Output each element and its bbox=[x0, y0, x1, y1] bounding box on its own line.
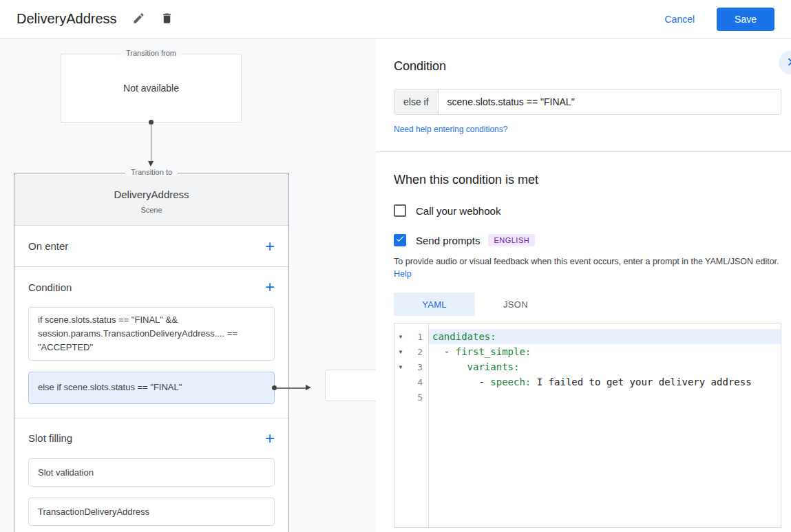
line-number: 4 bbox=[407, 377, 428, 387]
when-met-title: When this condition is met bbox=[394, 173, 781, 187]
on-enter-row[interactable]: On enter + bbox=[14, 226, 288, 267]
chevron-right-icon bbox=[783, 54, 791, 72]
gutter-cell: ▼3 bbox=[394, 359, 428, 374]
token-text: I failed to get your delivery address bbox=[531, 376, 751, 387]
editor-gutter: ▼1▼2▼345 bbox=[394, 323, 429, 527]
editor-tabs: YAMLJSON bbox=[394, 292, 781, 316]
gutter-cell: 5 bbox=[394, 390, 428, 405]
webhook-checkbox[interactable] bbox=[394, 204, 406, 217]
condition-items: if scene.slots.status == "FINAL" && sess… bbox=[14, 307, 288, 404]
add-on-enter-button[interactable]: + bbox=[265, 238, 275, 255]
add-condition-button[interactable]: + bbox=[265, 279, 275, 295]
line-number: 3 bbox=[407, 362, 428, 372]
line-number: 2 bbox=[407, 347, 428, 357]
scene-card-subtitle: Scene bbox=[14, 206, 288, 214]
condition-prefix: else if bbox=[394, 89, 439, 114]
slot-filling-section: Slot filling + Slot validationTransactio… bbox=[14, 418, 288, 532]
edit-title-button[interactable] bbox=[132, 12, 145, 27]
fold-arrow-icon[interactable]: ▼ bbox=[394, 334, 407, 340]
token-key: first_simple: bbox=[456, 346, 531, 357]
token-plain bbox=[432, 361, 467, 372]
transition-from-label: Transition from bbox=[120, 49, 182, 57]
language-badge: ENGLISH bbox=[488, 234, 535, 246]
page-title: DeliveryAddress bbox=[17, 11, 117, 27]
prompts-description-text: To provide audio or visual feedback when… bbox=[394, 257, 779, 266]
fold-arrow-icon[interactable]: ▼ bbox=[394, 364, 407, 370]
slot-filling-section-header: Slot filling + bbox=[14, 418, 288, 458]
top-bar: DeliveryAddress Cancel Save bbox=[0, 0, 791, 39]
send-prompts-checkbox-row[interactable]: Send prompts ENGLISH bbox=[394, 234, 781, 246]
connector-arrowhead-icon bbox=[306, 385, 311, 390]
gutter-cell: ▼2 bbox=[394, 344, 428, 359]
conditions-help-link[interactable]: Need help entering conditions? bbox=[394, 125, 507, 134]
condition-item[interactable]: if scene.slots.status == "FINAL" && sess… bbox=[28, 307, 275, 361]
line-number: 5 bbox=[407, 392, 428, 403]
tab-yaml[interactable]: YAML bbox=[394, 292, 475, 316]
prompts-help-link[interactable]: Help bbox=[394, 269, 412, 279]
condition-item-text: else if scene.slots.status == "FINAL" bbox=[38, 382, 182, 392]
condition-value-input[interactable] bbox=[439, 89, 781, 114]
condition-item-text: if scene.slots.status == "FINAL" && sess… bbox=[38, 315, 238, 352]
scene-card: Transition to DeliveryAddress Scene On e… bbox=[14, 173, 289, 532]
line-number: 1 bbox=[407, 332, 428, 342]
tab-json[interactable]: JSON bbox=[475, 292, 556, 316]
slot-filling-item[interactable]: TransactionDeliveryAddress bbox=[28, 498, 275, 526]
send-prompts-checkbox[interactable] bbox=[394, 234, 406, 246]
prompts-description: To provide audio or visual feedback when… bbox=[394, 255, 781, 280]
code-line[interactable]: candidates: bbox=[429, 329, 781, 344]
scene-card-title: DeliveryAddress bbox=[14, 189, 288, 200]
scene-card-header[interactable]: DeliveryAddress Scene bbox=[14, 173, 288, 226]
transition-to-label: Transition to bbox=[125, 168, 178, 176]
panel-title: Condition bbox=[394, 59, 781, 74]
token-key: variants: bbox=[467, 361, 520, 372]
send-prompts-label: Send prompts bbox=[416, 235, 480, 246]
condition-section-header: Condition + bbox=[14, 267, 288, 307]
token-plain: - bbox=[432, 376, 490, 387]
save-button[interactable]: Save bbox=[717, 8, 774, 31]
transition-target-box[interactable] bbox=[325, 370, 376, 401]
token-key: speech: bbox=[490, 376, 531, 387]
connector-arrowhead-icon bbox=[148, 161, 154, 167]
scene-diagram-panel: Transition from Not available Transition… bbox=[0, 39, 376, 532]
condition-input-group: else if bbox=[394, 89, 781, 115]
transition-from-content: Not available bbox=[123, 83, 179, 94]
transition-from-box[interactable]: Transition from Not available bbox=[61, 54, 242, 123]
slot-items: Slot validationTransactionDeliveryAddres… bbox=[14, 458, 288, 526]
fold-arrow-icon[interactable]: ▼ bbox=[394, 349, 407, 355]
pencil-icon bbox=[132, 17, 145, 27]
editor-lines[interactable]: candidates: - first_simple: variants: - … bbox=[429, 323, 781, 527]
condition-editor-panel: Condition else if Need help entering con… bbox=[376, 39, 791, 532]
cancel-button[interactable]: Cancel bbox=[664, 14, 695, 25]
on-enter-label: On enter bbox=[28, 240, 68, 252]
delete-scene-button[interactable] bbox=[160, 12, 173, 27]
code-line[interactable]: - speech: I failed to get your delivery … bbox=[429, 374, 781, 390]
condition-item-selected[interactable]: else if scene.slots.status == "FINAL" bbox=[28, 372, 275, 403]
code-editor[interactable]: ▼1▼2▼345 candidates: - first_simple: var… bbox=[394, 323, 781, 528]
connector-line bbox=[277, 387, 307, 388]
code-line[interactable]: variants: bbox=[429, 359, 781, 374]
code-line[interactable] bbox=[429, 390, 781, 405]
webhook-checkbox-row[interactable]: Call your webhook bbox=[394, 204, 781, 217]
code-line[interactable]: - first_simple: bbox=[429, 344, 781, 359]
condition-section: Condition + if scene.slots.status == "FI… bbox=[14, 267, 288, 418]
gutter-cell: 4 bbox=[394, 374, 428, 390]
token-plain: - bbox=[432, 346, 456, 357]
section-divider bbox=[376, 151, 791, 152]
condition-section-label: Condition bbox=[28, 281, 72, 293]
transition-arrow bbox=[148, 120, 154, 167]
connector-start-dot bbox=[272, 385, 277, 390]
add-slot-button[interactable]: + bbox=[265, 430, 275, 447]
webhook-label: Call your webhook bbox=[416, 205, 500, 217]
trash-icon bbox=[160, 17, 173, 27]
slot-filling-section-label: Slot filling bbox=[28, 432, 72, 444]
gutter-cell: ▼1 bbox=[394, 329, 428, 344]
checkmark-icon bbox=[395, 234, 405, 246]
connector-line bbox=[151, 124, 151, 162]
slot-filling-item[interactable]: Slot validation bbox=[28, 458, 275, 487]
token-key: candidates: bbox=[432, 331, 496, 342]
